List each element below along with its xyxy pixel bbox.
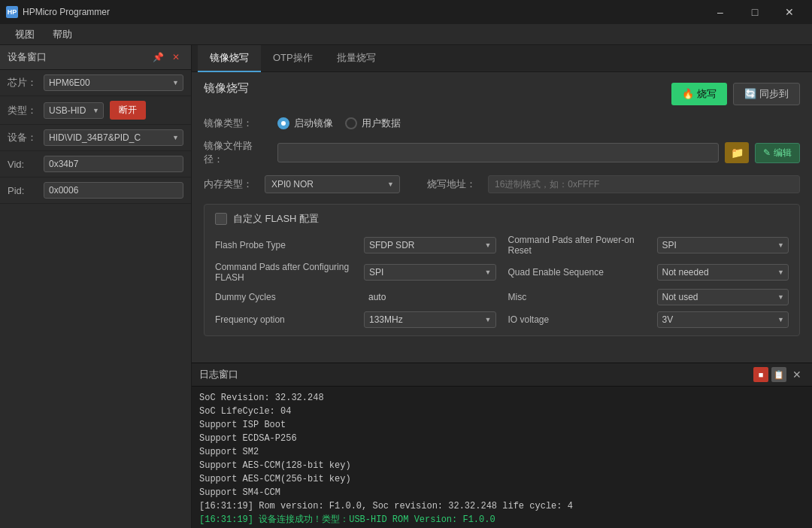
chip-select[interactable]: HPM6E00 [44,74,183,91]
tab-image-burn[interactable]: 镜像烧写 [198,45,261,72]
flash-row-1-right: Quad Enable Sequence Not needed Set QE b… [508,262,789,283]
cmd-pads-power-on-select[interactable]: SPI DPI QPI [657,237,789,253]
quad-enable-wrap: Not needed Set QE bit Enable QPI [657,264,789,281]
flash-row-0-right: Command Pads after Power-on Reset SPI DP… [508,235,789,256]
log-copy-button[interactable]: 📋 [771,367,786,382]
flash-probe-type-select[interactable]: SFDP SDR SFDP DDR 1-1-1 1-1-2 1-1-4 [364,237,496,253]
panel-actions: 🔥 烧写 🔄 同步到 [671,83,800,105]
log-line: SoC Revision: 32.32.248 [199,391,804,405]
log-title: 日志窗口 [199,368,238,381]
log-line: Support AES-CCM(128-bit key) [199,459,804,472]
disconnect-button[interactable]: 断开 [110,101,146,120]
menu-view[interactable]: 视图 [6,25,44,44]
burn-icon: 🔥 [682,88,694,99]
image-type-label: 镜像类型： [204,117,271,130]
main-panel: 镜像烧写 🔥 烧写 🔄 同步到 镜像类型： [192,72,812,363]
log-content: SoC Revision: 32.32.248SoC LifeCycle: 04… [192,387,812,528]
window-controls: – □ ✕ [704,0,806,24]
tab-bar: 镜像烧写 OTP操作 批量烧写 [192,45,812,72]
image-type-options: 启动镜像 用户数据 [277,117,401,130]
quad-enable-label: Quad Enable Sequence [508,267,651,278]
log-line: Support AES-CCM(256-bit key) [199,472,804,486]
misc-wrap: Not used DDR mode Byte order swap [657,289,789,305]
sidebar-title: 设备窗口 [8,50,47,64]
flash-probe-type-wrap: SFDP SDR SFDP DDR 1-1-1 1-1-2 1-1-4 [364,237,496,253]
vid-field [44,156,183,172]
option-boot-image[interactable]: 启动镜像 [277,117,333,130]
flash-probe-type-label: Flash Probe Type [215,240,358,250]
main-area: 设备窗口 📌 ✕ 芯片： HPM6E00 类型： USB-HID 断开 [0,45,812,528]
chip-select-wrap: HPM6E00 [44,74,183,91]
flash-config-checkbox[interactable] [215,213,227,225]
freq-option-select[interactable]: 133MHz 166MHz 200MHz 30MHz 50MHz [364,311,496,328]
device-select[interactable]: HID\VID_34B7&PID_C [44,129,183,146]
quad-enable-select[interactable]: Not needed Set QE bit Enable QPI [657,264,789,281]
maximize-button[interactable]: □ [738,0,771,24]
io-voltage-label: IO voltage [508,314,651,325]
mem-type-row: 内存类型： XPI0 NOR 烧写地址： [204,175,800,193]
flash-row-0-left: Flash Probe Type SFDP SDR SFDP DDR 1-1-1… [215,235,496,256]
log-line: Support SM2 [199,445,804,459]
flash-config-grid: Flash Probe Type SFDP SDR SFDP DDR 1-1-1… [215,235,789,328]
flash-row-3-right: IO voltage 3V 1.8V [508,311,789,328]
sync-icon: 🔄 [744,88,756,99]
edit-icon: ✎ [763,147,771,158]
close-button[interactable]: ✕ [773,0,806,24]
file-path-input[interactable] [277,143,719,162]
user-data-label: 用户数据 [362,117,401,130]
log-line: SoC LifeCycle: 04 [199,405,804,418]
burn-label: 烧写 [697,87,717,101]
flash-config-header: 自定义 FLASH 配置 [215,212,789,226]
burn-button[interactable]: 🔥 烧写 [671,83,727,105]
edit-label: 编辑 [774,147,792,159]
io-voltage-wrap: 3V 1.8V [657,311,789,328]
tab-otp[interactable]: OTP操作 [261,45,325,72]
io-voltage-select[interactable]: 3V 1.8V [657,311,789,328]
sidebar-pin-button[interactable]: 📌 [150,50,165,65]
content-area: 镜像烧写 OTP操作 批量烧写 镜像烧写 🔥 烧写 🔄 同步到 [192,45,812,528]
log-line: Support ISP Boot [199,418,804,432]
panel-header: 镜像烧写 🔥 烧写 🔄 同步到 [204,81,800,106]
mem-type-label: 内存类型： [204,178,253,191]
sync-button[interactable]: 🔄 同步到 [733,83,800,105]
folder-icon: 📁 [731,147,744,159]
app-icon: HP [6,6,18,18]
flash-row-3-left: Frequency option 133MHz 166MHz 200MHz 30… [215,311,496,328]
dummy-cycles-value: auto [364,290,496,305]
minimize-button[interactable]: – [704,0,737,24]
flash-row-1-left: Command Pads after Configuring FLASH SPI… [215,262,496,283]
radio-user-data [345,117,357,129]
log-clear-button[interactable]: ■ [753,367,768,382]
option-user-data[interactable]: 用户数据 [345,117,401,130]
cmd-pads-power-on-wrap: SPI DPI QPI [657,237,789,253]
menu-help[interactable]: 帮助 [44,25,81,44]
file-path-row: 镜像文件路径： 📁 ✎ 编辑 [204,139,800,166]
misc-select[interactable]: Not used DDR mode Byte order swap [657,289,789,305]
device-select-wrap: HID\VID_34B7&PID_C [44,129,183,146]
browse-button[interactable]: 📁 [725,142,749,163]
file-path-label: 镜像文件路径： [204,139,271,166]
chip-row: 芯片： HPM6E00 [0,70,191,96]
cmd-pads-config-select[interactable]: SPI DPI QPI [364,264,496,281]
log-line: [16:31:19] 设备连接成功！类型：USB-HID ROM Version… [199,513,804,526]
log-line: Support SM4-CCM [199,486,804,499]
cmd-pads-power-on-label: Command Pads after Power-on Reset [508,235,651,256]
log-line: [16:31:19] Rom version: F1.0.0, Soc revi… [199,499,804,513]
type-select[interactable]: USB-HID [44,102,104,119]
device-row: 设备： HID\VID_34B7&PID_C [0,125,191,151]
pid-label: Pid: [8,185,38,196]
panel-title: 镜像烧写 [204,81,249,96]
write-addr-input[interactable] [488,175,800,193]
type-select-wrap: USB-HID [44,102,104,119]
vid-label: Vid: [8,159,38,170]
sidebar-close-button[interactable]: ✕ [168,50,183,65]
chip-label: 芯片： [8,76,38,90]
flash-config-section: 自定义 FLASH 配置 Flash Probe Type SFDP SDR S… [204,204,800,336]
log-controls: ■ 📋 ✕ [753,367,804,382]
mem-type-select[interactable]: XPI0 NOR [265,175,400,193]
log-close-button[interactable]: ✕ [789,367,804,382]
tab-batch-burn[interactable]: 批量烧写 [325,45,388,72]
log-section: 日志窗口 ■ 📋 ✕ SoC Revision: 32.32.248SoC Li… [192,363,812,528]
edit-button[interactable]: ✎ 编辑 [755,143,800,163]
title-bar: HP HPMicro Programmer – □ ✕ [0,0,812,24]
